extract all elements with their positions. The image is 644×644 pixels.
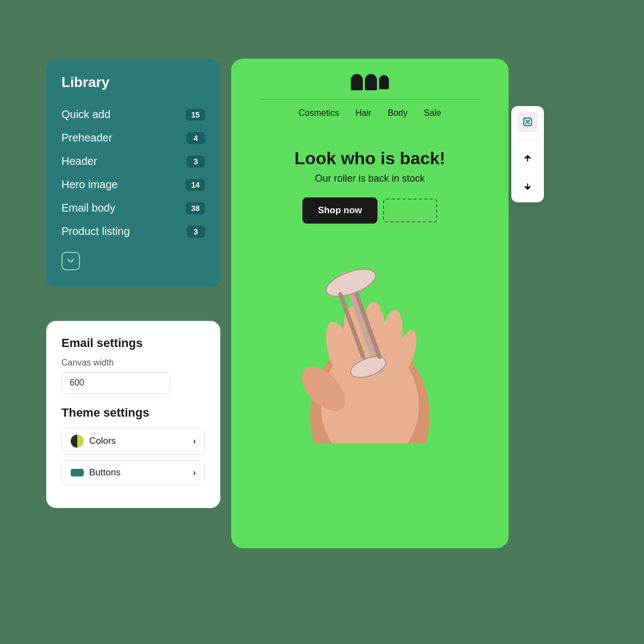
library-item-badge: 4 bbox=[187, 132, 205, 144]
library-item-label: Quick add bbox=[61, 108, 110, 121]
logo-shape-middle bbox=[365, 74, 377, 90]
chevron-right-icon: › bbox=[193, 468, 196, 478]
library-item-preheader[interactable]: Preheader 4 bbox=[61, 126, 205, 150]
library-item-label: Header bbox=[61, 155, 97, 168]
theme-item-colors[interactable]: Colors › bbox=[61, 428, 205, 455]
library-item-email-body[interactable]: Email body 38 bbox=[61, 196, 205, 220]
theme-item-colors-label: Colors bbox=[89, 436, 116, 447]
nav-item-body[interactable]: Body bbox=[388, 108, 407, 118]
buttons-icon bbox=[71, 469, 84, 476]
action-divider bbox=[516, 140, 540, 140]
email-hero-section: Look who is back! Our roller is back in … bbox=[231, 138, 509, 224]
arrow-up-icon bbox=[522, 153, 533, 164]
library-item-badge: 38 bbox=[185, 202, 205, 214]
email-preview: Cosmetics Hair Body Sale Look who is bac… bbox=[231, 59, 509, 548]
close-button[interactable] bbox=[517, 112, 538, 132]
hero-headline: Look who is back! bbox=[249, 148, 491, 169]
library-item-product-listing[interactable]: Product listing 3 bbox=[61, 220, 205, 243]
action-panel bbox=[511, 106, 544, 202]
product-illustration bbox=[231, 237, 509, 443]
hero-cta-area: Shop now bbox=[249, 197, 491, 224]
chevron-right-icon: › bbox=[193, 436, 196, 446]
library-item-hero-image[interactable]: Hero image 14 bbox=[61, 173, 205, 196]
email-nav: Cosmetics Hair Body Sale bbox=[249, 108, 491, 129]
email-settings-title: Email settings bbox=[61, 336, 205, 350]
close-icon bbox=[522, 116, 533, 127]
nav-item-cosmetics[interactable]: Cosmetics bbox=[299, 108, 339, 118]
library-item-badge: 3 bbox=[187, 226, 205, 238]
move-down-button[interactable] bbox=[517, 176, 538, 197]
chevron-down-icon bbox=[65, 256, 76, 267]
logo-shape-right bbox=[379, 75, 389, 89]
library-item-label: Hero image bbox=[61, 178, 117, 191]
library-item-label: Email body bbox=[61, 202, 115, 214]
theme-item-buttons[interactable]: Buttons › bbox=[61, 460, 205, 485]
header-divider bbox=[259, 99, 480, 100]
colors-icon bbox=[71, 435, 84, 448]
theme-item-buttons-label: Buttons bbox=[89, 467, 121, 478]
logo-mark bbox=[351, 74, 389, 90]
canvas-width-input[interactable] bbox=[61, 372, 170, 394]
nav-item-hair[interactable]: Hair bbox=[355, 108, 371, 118]
hero-image-area bbox=[231, 237, 509, 443]
nav-item-sale[interactable]: Sale bbox=[424, 108, 441, 118]
library-item-badge: 3 bbox=[187, 156, 205, 168]
dashed-placeholder bbox=[383, 199, 437, 222]
hero-subtitle: Our roller is back in stock bbox=[249, 173, 491, 184]
library-item-label: Product listing bbox=[61, 225, 130, 238]
library-title: Library bbox=[61, 74, 205, 91]
theme-item-left: Colors bbox=[71, 435, 116, 448]
settings-panel: Email settings Canvas width Theme settin… bbox=[46, 321, 220, 508]
theme-item-left: Buttons bbox=[71, 467, 121, 478]
library-item-header[interactable]: Header 3 bbox=[61, 150, 205, 173]
email-logo bbox=[249, 74, 491, 90]
theme-settings-title: Theme settings bbox=[61, 406, 205, 420]
library-item-badge: 15 bbox=[185, 109, 205, 121]
library-item-label: Preheader bbox=[61, 132, 112, 144]
hero-cta-button[interactable]: Shop now bbox=[302, 197, 377, 224]
arrow-down-icon bbox=[522, 181, 533, 192]
logo-shape-left bbox=[351, 74, 363, 90]
library-item-quick-add[interactable]: Quick add 15 bbox=[61, 103, 205, 126]
email-header: Cosmetics Hair Body Sale bbox=[231, 59, 509, 138]
canvas-width-label: Canvas width bbox=[61, 358, 205, 368]
library-panel: Library Quick add 15 Preheader 4 Header … bbox=[46, 59, 220, 288]
move-up-button[interactable] bbox=[517, 148, 538, 169]
library-expand-button[interactable] bbox=[61, 252, 80, 270]
library-item-badge: 14 bbox=[185, 179, 205, 191]
